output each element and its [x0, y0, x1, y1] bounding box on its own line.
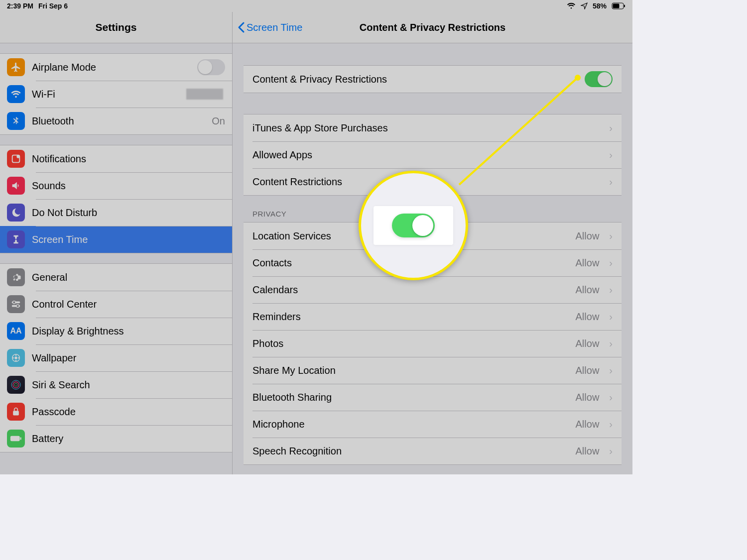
battery-pct: 58% [593, 2, 607, 10]
row-itunes-purchases[interactable]: iTunes & App Store Purchases › [244, 114, 622, 141]
privacy-row[interactable]: Speech RecognitionAllow› [244, 438, 622, 464]
detail-title: Content & Privacy Restrictions [360, 22, 505, 33]
sidebar-item-general[interactable]: General [0, 264, 232, 291]
privacy-label: Microphone [252, 419, 569, 430]
battery-icon [612, 2, 625, 9]
bluetooth-value: On [212, 115, 225, 127]
svg-point-16 [13, 382, 19, 388]
sidebar-item-bluetooth[interactable]: Bluetooth On [0, 108, 232, 134]
sidebar-item-display[interactable]: AA Display & Brightness [0, 318, 232, 344]
sidebar-item-airplane[interactable]: Airplane Mode [0, 54, 232, 81]
content-privacy-toggle[interactable] [585, 71, 613, 87]
notifications-label: Notifications [32, 153, 225, 165]
airplane-icon [7, 58, 25, 76]
screen-time-icon [7, 230, 25, 248]
allowed-apps-label: Allowed Apps [252, 149, 599, 161]
sidebar-item-sounds[interactable]: Sounds [0, 172, 232, 199]
chevron-right-icon: › [609, 365, 613, 376]
airplane-toggle[interactable] [197, 59, 225, 75]
sidebar-item-screen-time[interactable]: Screen Time [0, 226, 232, 253]
privacy-row[interactable]: CalendarsAllow› [244, 276, 622, 303]
privacy-value: Allow [576, 257, 600, 269]
privacy-row[interactable]: Location ServicesAllow› [244, 223, 622, 249]
bluetooth-label: Bluetooth [32, 115, 205, 127]
svg-point-14 [12, 357, 14, 359]
privacy-row[interactable]: MicrophoneAllow› [244, 411, 622, 438]
settings-sidebar: Settings Airplane Mode Wi-Fi Bluetooth O… [0, 12, 233, 474]
sidebar-item-passcode[interactable]: Passcode [0, 398, 232, 425]
privacy-label: Calendars [252, 284, 569, 296]
privacy-label: Share My Location [252, 365, 569, 376]
svg-point-17 [14, 383, 17, 386]
svg-rect-1 [613, 4, 620, 8]
svg-point-13 [15, 360, 17, 361]
chevron-right-icon: › [609, 230, 613, 242]
wifi-value-redacted [186, 89, 223, 100]
privacy-label: Photos [252, 338, 569, 349]
privacy-value: Allow [576, 284, 600, 296]
sidebar-item-control-center[interactable]: Control Center [0, 291, 232, 318]
sidebar-title: Settings [0, 12, 232, 43]
sounds-label: Sounds [32, 180, 225, 192]
sounds-icon [7, 177, 25, 195]
svg-rect-18 [13, 411, 19, 415]
svg-point-12 [18, 357, 19, 359]
privacy-label: Bluetooth Sharing [252, 392, 569, 403]
privacy-value: Allow [576, 419, 600, 430]
chevron-right-icon: › [609, 311, 613, 323]
chevron-right-icon: › [609, 284, 613, 296]
sidebar-item-wallpaper[interactable]: Wallpaper [0, 344, 232, 371]
battery-label: Battery [32, 433, 225, 445]
privacy-label: Reminders [252, 311, 569, 323]
siri-icon [7, 376, 25, 394]
wifi-settings-icon [7, 85, 25, 103]
chevron-right-icon: › [609, 176, 613, 188]
row-content-restrictions[interactable]: Content Restrictions › [244, 168, 622, 195]
content-privacy-toggle-row[interactable]: Content & Privacy Restrictions [244, 66, 622, 93]
chevron-left-icon [238, 21, 246, 33]
sidebar-item-wifi[interactable]: Wi-Fi [0, 81, 232, 108]
dnd-icon [7, 204, 25, 222]
privacy-value: Allow [576, 311, 600, 323]
sidebar-item-battery[interactable]: Battery [0, 425, 232, 452]
airplane-label: Airplane Mode [32, 62, 190, 73]
svg-rect-2 [624, 5, 625, 7]
privacy-value: Allow [576, 365, 600, 376]
general-label: General [32, 272, 225, 283]
sidebar-item-notifications[interactable]: Notifications [0, 145, 232, 172]
svg-point-8 [16, 305, 19, 308]
control-center-icon [7, 295, 25, 313]
privacy-row[interactable]: RemindersAllow› [244, 303, 622, 330]
passcode-label: Passcode [32, 406, 225, 418]
privacy-row[interactable]: Bluetooth SharingAllow› [244, 384, 622, 411]
dnd-label: Do Not Disturb [32, 207, 225, 219]
privacy-row[interactable]: ContactsAllow› [244, 249, 622, 276]
detail-header: Screen Time Content & Privacy Restrictio… [233, 12, 632, 43]
chevron-right-icon: › [609, 257, 613, 269]
itunes-label: iTunes & App Store Purchases [252, 122, 599, 134]
back-label: Screen Time [247, 22, 302, 33]
chevron-right-icon: › [609, 446, 613, 457]
row-allowed-apps[interactable]: Allowed Apps › [244, 141, 622, 168]
detail-pane: Screen Time Content & Privacy Restrictio… [233, 12, 632, 474]
wallpaper-label: Wallpaper [32, 352, 225, 364]
privacy-label: Contacts [252, 257, 569, 269]
content-privacy-label: Content & Privacy Restrictions [252, 74, 578, 85]
privacy-row[interactable]: PhotosAllow› [244, 330, 622, 357]
privacy-row[interactable]: Share My LocationAllow› [244, 357, 622, 384]
siri-label: Siri & Search [32, 379, 225, 391]
display-icon: AA [7, 322, 25, 340]
svg-rect-19 [10, 436, 20, 441]
status-bar: 2:39 PM Fri Sep 6 58% [0, 0, 632, 12]
chevron-right-icon: › [609, 419, 613, 430]
sidebar-item-dnd[interactable]: Do Not Disturb [0, 199, 232, 226]
privacy-value: Allow [576, 230, 600, 242]
chevron-right-icon: › [609, 149, 613, 161]
passcode-icon [7, 403, 25, 421]
privacy-value: Allow [576, 446, 600, 457]
sidebar-item-siri[interactable]: Siri & Search [0, 371, 232, 398]
content-restrictions-label: Content Restrictions [252, 176, 599, 188]
svg-point-4 [16, 155, 19, 158]
back-button[interactable]: Screen Time [238, 21, 302, 33]
status-date: Fri Sep 6 [38, 2, 68, 10]
